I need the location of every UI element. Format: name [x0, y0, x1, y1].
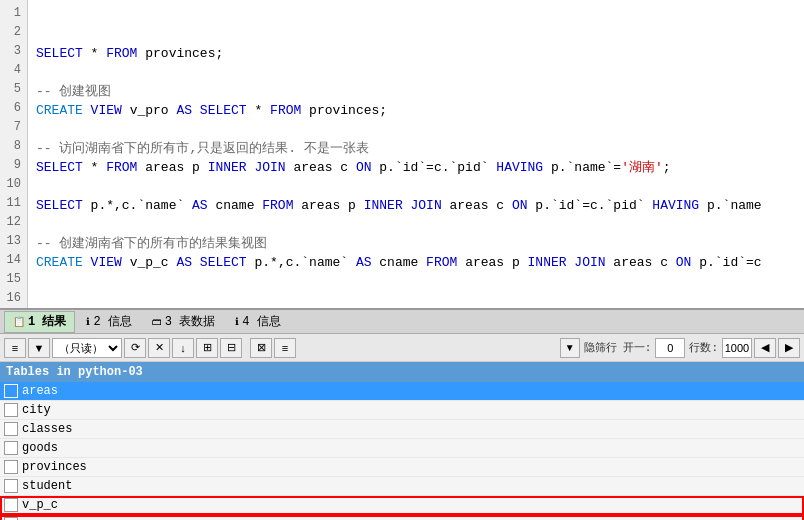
toolbar-btn-next[interactable]: ▶ [778, 338, 800, 358]
row-checkbox-icon [4, 498, 18, 512]
code-line-4: CREATE VIEW v_pro AS SELECT * FROM provi… [36, 101, 796, 120]
line-number-10: 10 [6, 175, 21, 194]
table-list-body: areascityclassesgoodsprovincesstudentv_p… [0, 382, 804, 520]
limit-input[interactable] [722, 338, 752, 358]
code-line-10 [36, 215, 796, 234]
table-name: v_p_c [22, 498, 58, 512]
line-number-11: 11 [6, 194, 21, 213]
tab-icon-3: ℹ [235, 316, 239, 328]
row-checkbox-icon [4, 403, 18, 417]
tab-2[interactable]: 🗃3 表数据 [143, 311, 224, 333]
table-row[interactable]: v_p_c [0, 496, 804, 515]
table-name: classes [22, 422, 72, 436]
tab-icon-2: 🗃 [152, 316, 162, 328]
table-name: goods [22, 441, 58, 455]
line-number-7: 7 [6, 118, 21, 137]
code-content[interactable]: SELECT * FROM provinces; -- 创建视图CREATE V… [28, 0, 804, 308]
code-line-13 [36, 272, 796, 291]
line-number-1: 1 [6, 4, 21, 23]
code-line-9: SELECT p.*,c.`name` AS cname FROM areas … [36, 196, 796, 215]
tab-icon-1: ℹ [86, 316, 90, 328]
line-number-15: 15 [6, 270, 21, 289]
filter-label: 隐筛行 [584, 340, 617, 355]
table-row[interactable]: goods [0, 439, 804, 458]
line-number-6: 6 [6, 99, 21, 118]
line-number-5: 5 [6, 80, 21, 99]
code-line-11: -- 创建湖南省下的所有市的结果集视图 [36, 234, 796, 253]
editor-area: 123456789101112131415161718 SELECT * FRO… [0, 0, 804, 310]
filter-btn[interactable]: ▼ [560, 338, 580, 358]
table-name: provinces [22, 460, 87, 474]
code-line-7: SELECT * FROM areas p INNER JOIN areas c… [36, 158, 796, 177]
toolbar-btn-3[interactable]: ⟳ [124, 338, 146, 358]
toolbar-btn-8[interactable]: ⊠ [250, 338, 272, 358]
code-line-8 [36, 177, 796, 196]
line-number-12: 12 [6, 213, 21, 232]
bottom-panel: 📋1 结果ℹ2 信息🗃3 表数据ℹ4 信息 ≡ ▼ （只读） ⟳ ✕ ↓ ⊞ ⊟… [0, 310, 804, 520]
tabs-row: 📋1 结果ℹ2 信息🗃3 表数据ℹ4 信息 [0, 310, 804, 334]
line-number-14: 14 [6, 251, 21, 270]
table-row[interactable]: provinces [0, 458, 804, 477]
line-number-4: 4 [6, 61, 21, 80]
table-row[interactable]: student [0, 477, 804, 496]
row-checkbox-icon [4, 422, 18, 436]
code-line-6: -- 访问湖南省下的所有市,只是返回的结果. 不是一张表 [36, 139, 796, 158]
toolbar-btn-9[interactable]: ≡ [274, 338, 296, 358]
table-name: city [22, 403, 51, 417]
row-checkbox-icon [4, 384, 18, 398]
limit-label: 行数: [689, 340, 718, 355]
line-number-8: 8 [6, 137, 21, 156]
tab-label-2: 3 表数据 [165, 313, 215, 330]
table-name: areas [22, 384, 58, 398]
line-number-17: 17 [6, 308, 21, 310]
toolbar-btn-4[interactable]: ✕ [148, 338, 170, 358]
row-checkbox-icon [4, 479, 18, 493]
readonly-select[interactable]: （只读） [52, 338, 122, 358]
code-line-14 [36, 291, 796, 308]
toolbar-btn-6[interactable]: ⊞ [196, 338, 218, 358]
code-line-5 [36, 120, 796, 139]
line-number-2: 2 [6, 23, 21, 42]
line-number-3: 3 [6, 42, 21, 61]
code-line-1: SELECT * FROM provinces; [36, 44, 796, 63]
table-list-header: Tables in python-03 [0, 362, 804, 382]
toolbar-btn-1[interactable]: ≡ [4, 338, 26, 358]
code-line-3: -- 创建视图 [36, 82, 796, 101]
tab-0[interactable]: 📋1 结果 [4, 311, 75, 333]
code-line-12: CREATE VIEW v_p_c AS SELECT p.*,c.`name`… [36, 253, 796, 272]
result-toolbar: ≡ ▼ （只读） ⟳ ✕ ↓ ⊞ ⊟ ⊠ ≡ ▼ 隐筛行 开一: 行数: ◀ ▶ [0, 334, 804, 362]
code-line-2 [36, 63, 796, 82]
start-input[interactable] [655, 338, 685, 358]
toolbar-btn-5[interactable]: ↓ [172, 338, 194, 358]
tab-label-3: 4 信息 [242, 313, 280, 330]
row-checkbox-icon [4, 460, 18, 474]
line-number-13: 13 [6, 232, 21, 251]
start-label: 开一: [623, 340, 652, 355]
table-list-area: Tables in python-03 areascityclassesgood… [0, 362, 804, 520]
tab-label-0: 1 结果 [28, 313, 66, 330]
tab-icon-0: 📋 [13, 316, 25, 328]
tab-3[interactable]: ℹ4 信息 [226, 311, 289, 333]
table-row[interactable]: city [0, 401, 804, 420]
row-checkbox-icon [4, 441, 18, 455]
tab-label-1: 2 信息 [93, 313, 131, 330]
toolbar-right: ▼ 隐筛行 开一: 行数: ◀ ▶ [560, 338, 800, 358]
line-numbers: 123456789101112131415161718 [0, 0, 28, 308]
toolbar-btn-2[interactable]: ▼ [28, 338, 50, 358]
line-number-16: 16 [6, 289, 21, 308]
toolbar-btn-prev[interactable]: ◀ [754, 338, 776, 358]
table-row[interactable]: areas [0, 382, 804, 401]
toolbar-btn-7[interactable]: ⊟ [220, 338, 242, 358]
table-row[interactable]: classes [0, 420, 804, 439]
line-number-9: 9 [6, 156, 21, 175]
tab-1[interactable]: ℹ2 信息 [77, 311, 140, 333]
table-name: student [22, 479, 72, 493]
table-row[interactable]: v_pro [0, 515, 804, 520]
